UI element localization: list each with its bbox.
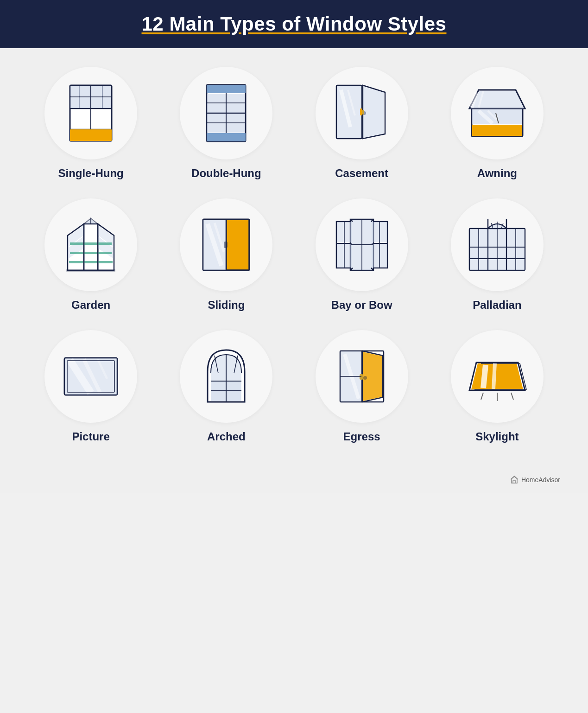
svg-rect-25 [227,114,245,122]
egress-icon [336,349,387,404]
svg-rect-115 [227,391,241,401]
list-item: Casement [299,67,425,180]
svg-rect-12 [70,128,112,130]
picture-icon-circle [44,330,137,423]
svg-rect-59 [224,242,228,248]
svg-rect-120 [360,374,363,380]
double-hung-label: Double-Hung [191,167,261,180]
skylight-icon-circle [451,330,544,423]
picture-icon [61,351,121,402]
svg-rect-46 [70,252,112,254]
skylight-label: Skylight [475,430,518,443]
list-item: Double-Hung [163,67,289,180]
awning-label: Awning [477,167,517,180]
list-item: Palladian [434,198,560,312]
svg-rect-8 [91,86,111,96]
bay-bow-icon [332,217,392,273]
title-plain: 12 Main Types of [142,13,306,35]
footer: HomeAdvisor [0,471,588,493]
window-grid: Single-Hung [28,67,560,443]
svg-point-121 [363,376,367,380]
arched-label: Arched [207,430,246,443]
sliding-icon [201,215,252,275]
list-item: Single-Hung [28,67,154,180]
svg-rect-9 [70,97,90,108]
sliding-label: Sliding [208,299,245,312]
svg-rect-24 [207,114,226,122]
list-item: Bay or Bow [299,198,425,312]
palladian-icon-circle [451,198,544,291]
skylight-icon [467,351,527,402]
svg-line-125 [481,393,483,400]
svg-rect-10 [91,97,111,108]
svg-rect-114 [211,391,226,401]
list-item: Arched [163,330,289,443]
egress-icon-circle [316,330,408,423]
svg-line-127 [511,393,513,400]
sliding-icon-circle [180,198,272,291]
page-title: 12 Main Types of Window Styles [19,13,569,35]
brand-label: HomeAdvisor [521,476,560,484]
svg-rect-26 [207,123,226,133]
header: 12 Main Types of Window Styles [0,0,588,48]
list-item: Awning [434,67,560,180]
palladian-label: Palladian [473,299,521,312]
awning-icon [467,85,527,141]
list-item: Sliding [163,198,289,312]
arched-icon [201,346,252,407]
arched-icon-circle [180,330,272,423]
list-item: Skylight [434,330,560,443]
awning-icon-circle [451,67,544,159]
egress-label: Egress [343,430,380,443]
svg-rect-38 [472,125,522,136]
homeadvisor-icon [510,476,518,484]
palladian-icon [467,217,527,273]
garden-icon-circle [44,198,137,291]
casement-icon [334,83,390,143]
single-hung-icon [65,83,116,143]
svg-rect-47 [69,261,113,263]
svg-rect-11 [70,129,112,141]
svg-rect-57 [227,220,249,270]
single-hung-label: Single-Hung [58,167,123,180]
bay-bow-icon-circle [316,198,408,291]
picture-label: Picture [72,430,109,443]
svg-rect-28 [207,133,246,141]
list-item: Garden [28,198,154,312]
svg-rect-112 [211,382,226,390]
svg-rect-113 [227,382,241,390]
casement-label: Casement [335,167,388,180]
svg-line-124 [493,363,495,389]
brand-logo: HomeAdvisor [510,476,560,484]
svg-rect-14 [207,85,246,93]
bay-bow-label: Bay or Bow [331,299,392,312]
svg-line-123 [483,365,486,388]
casement-icon-circle [316,67,408,159]
svg-rect-21 [227,94,245,102]
list-item: Egress [299,330,425,443]
svg-rect-22 [207,103,226,113]
main-content: Single-Hung [0,48,588,471]
list-item: Picture [28,330,154,443]
svg-rect-48 [70,242,112,245]
garden-icon [61,217,121,273]
svg-rect-27 [227,123,245,133]
svg-rect-23 [227,103,245,113]
svg-rect-51 [66,269,115,272]
svg-rect-20 [207,94,226,102]
svg-rect-7 [70,86,90,96]
double-hung-icon-circle [180,67,272,159]
double-hung-icon [203,83,249,143]
title-underlined: Window Styles [306,13,447,35]
garden-label: Garden [71,299,110,312]
svg-rect-36 [362,110,364,115]
single-hung-icon-circle [44,67,137,159]
